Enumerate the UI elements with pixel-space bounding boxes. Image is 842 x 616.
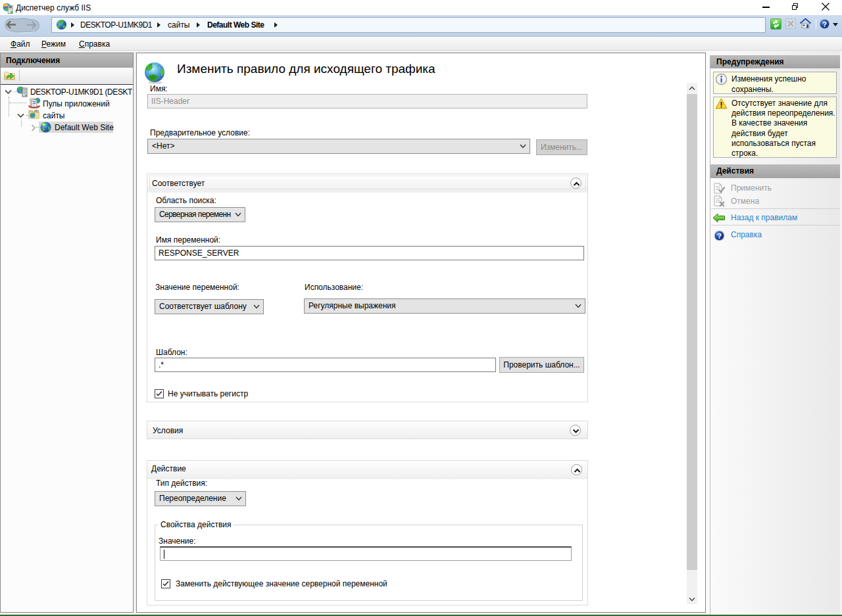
svg-text:?: ? (717, 232, 722, 240)
svg-text:?: ? (822, 20, 827, 28)
